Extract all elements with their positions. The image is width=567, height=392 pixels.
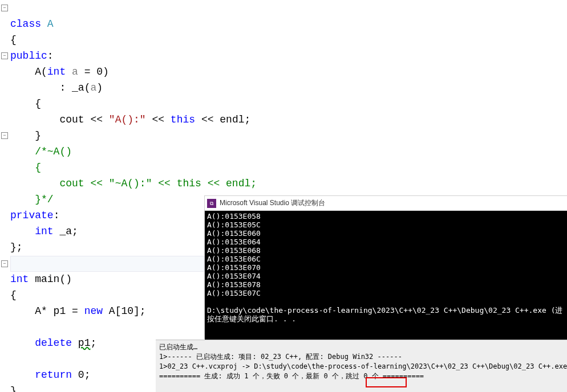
keyword: private: [10, 210, 54, 221]
debug-console-window[interactable]: ⧉ Microsoft Visual Studio 调试控制台 A():0153…: [204, 195, 567, 339]
console-title-text: Microsoft Visual Studio 调试控制台: [220, 198, 325, 208]
code-text: :: [10, 82, 72, 93]
code-text: }: [10, 385, 17, 392]
comment: /*~A(): [10, 146, 72, 157]
console-output[interactable]: A():0153E058 A():0153E05C A():0153E060 A…: [205, 211, 567, 340]
output-line: ========== 生成: 成功 1 个，失败 0 个，最新 0 个，跳过 0…: [159, 372, 424, 380]
console-line: A():0153E078: [207, 280, 261, 289]
output-line: 已启动生成…: [159, 343, 197, 351]
string-literal: "A():": [109, 114, 146, 125]
console-line: A():0153E070: [207, 263, 261, 272]
code-text: (: [84, 82, 91, 93]
console-line: A():0153E074: [207, 272, 261, 280]
console-line: A():0153E05C: [207, 220, 261, 229]
build-output-panel[interactable]: 已启动生成… 1>------ 已启动生成: 项目: 02_23 C++, 配置…: [156, 340, 567, 392]
code-text: {: [10, 289, 17, 301]
keyword: public: [10, 50, 47, 62]
output-line: 1>02_23 C++.vcxproj -> D:\study\code\the…: [159, 362, 567, 370]
keyword: return: [35, 369, 72, 381]
code-text: [10, 226, 35, 237]
code-text: [72, 337, 78, 349]
code-text: {: [10, 98, 41, 109]
code-text: :: [47, 50, 54, 62]
keyword: int: [10, 273, 29, 285]
vs-icon: ⧉: [207, 199, 216, 208]
console-line: 按任意键关闭此窗口. . .: [207, 315, 296, 323]
keyword: int: [35, 226, 53, 237]
code-text: }: [10, 130, 41, 141]
warning-squiggle: p1: [78, 337, 91, 349]
code-text: <<: [146, 114, 171, 125]
code-text: 0;: [72, 369, 90, 381]
keyword: new: [84, 305, 103, 317]
keyword: this: [171, 114, 195, 125]
comment: }*/: [10, 194, 54, 205]
fold-icon[interactable]: −: [1, 52, 8, 59]
comment: {: [10, 162, 41, 173]
console-line: A():0153E058: [207, 212, 261, 220]
code-text: ): [96, 82, 103, 93]
code-text: ;: [90, 337, 96, 349]
keyword: delete: [35, 337, 72, 349]
type-name: A: [41, 18, 54, 30]
code-text: << endl;: [195, 114, 250, 125]
code-text: [10, 369, 35, 381]
console-titlebar[interactable]: ⧉ Microsoft Visual Studio 调试控制台: [205, 196, 567, 211]
code-text: A* p1 =: [10, 305, 84, 317]
code-text: main(): [29, 273, 72, 285]
code-text: _a;: [54, 226, 78, 237]
code-text: _a: [72, 82, 84, 93]
fold-icon[interactable]: −: [1, 260, 8, 267]
console-line: A():0153E07C: [207, 289, 261, 297]
code-text: [10, 337, 35, 349]
code-text: A[10];: [103, 305, 146, 317]
console-line: A():0153E060: [207, 229, 261, 238]
param: a: [90, 82, 96, 93]
fold-icon[interactable]: −: [1, 132, 8, 139]
code-text: A(: [10, 66, 47, 77]
comment: cout << "~A():" << this << endl;: [10, 178, 257, 189]
code-editor[interactable]: − − − − class A { public: A(int a = 0) :…: [0, 0, 567, 48]
fold-gutter: − − − −: [0, 0, 9, 96]
param: a: [72, 66, 78, 77]
console-line: D:\study\code\the-process-of-learning\20…: [207, 306, 562, 315]
output-line: 1>------ 已启动生成: 项目: 02_23 C++, 配置: Debug…: [159, 353, 402, 361]
code-text: {: [10, 34, 17, 46]
console-line: A():0153E06C: [207, 255, 261, 263]
keyword: int: [47, 66, 66, 77]
code-text: };: [10, 242, 23, 253]
console-line: A():0153E064: [207, 238, 261, 246]
fold-icon[interactable]: −: [1, 5, 8, 11]
code-text: cout <<: [10, 114, 109, 125]
code-text: :: [54, 210, 60, 221]
keyword: class: [10, 18, 41, 30]
console-line: A():0153E068: [207, 246, 261, 255]
